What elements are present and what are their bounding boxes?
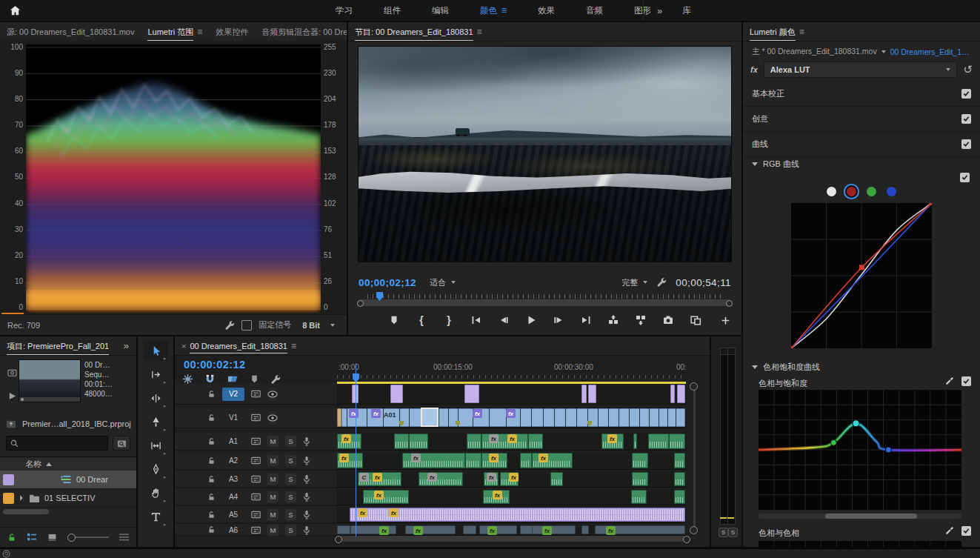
tab-project[interactable]: 项目: PremierePro_Fall_201 (0, 336, 116, 355)
track-name-A3[interactable]: A3 (222, 473, 244, 486)
rgb-curves-header[interactable]: RGB 曲线 (752, 159, 799, 170)
tool-type[interactable] (143, 507, 168, 527)
sync-lock-icon[interactable] (251, 493, 261, 501)
panel-menu-icon[interactable]: ≡ (197, 27, 202, 37)
lock-icon[interactable] (207, 475, 216, 484)
track-name-V2[interactable]: V2 (222, 388, 244, 401)
solo-button[interactable]: S (285, 491, 296, 502)
solo-button[interactable]: S (285, 474, 296, 485)
audio-clip[interactable] (350, 525, 396, 534)
eyedropper-icon[interactable] (944, 376, 954, 386)
play-button[interactable] (524, 313, 539, 328)
track-name-A5[interactable]: A5 (222, 508, 244, 522)
audio-clip[interactable] (419, 472, 463, 486)
mic-icon[interactable] (303, 474, 310, 484)
track-header-A6[interactable]: A6MS (175, 525, 337, 536)
sync-lock-icon[interactable] (251, 437, 261, 445)
poster-frame-icon[interactable] (7, 368, 17, 376)
topbar-menu-音频[interactable]: 音频 (570, 0, 619, 21)
zoom-level-select[interactable]: 适合 (430, 277, 456, 288)
audio-clip[interactable] (550, 472, 563, 486)
comparison-view-button[interactable] (688, 313, 703, 328)
mute-button[interactable]: M (267, 436, 279, 447)
program-current-timecode[interactable]: 00;00;02;12 (359, 277, 416, 288)
section-checkbox[interactable] (961, 89, 971, 99)
audio-clip[interactable] (674, 472, 685, 486)
program-scrubber-ticks[interactable] (367, 294, 722, 299)
mark-out-button[interactable]: } (441, 313, 456, 328)
sync-lock-icon[interactable] (251, 526, 261, 534)
creative-cloud-sync-icon[interactable] (2, 550, 10, 558)
audio-clip[interactable] (648, 434, 669, 449)
panel-menu-icon[interactable]: ≡ (799, 27, 804, 37)
audio-clip[interactable] (465, 453, 481, 468)
waveform-scope[interactable] (26, 44, 321, 313)
audio-clip[interactable] (633, 434, 637, 449)
audio-clip[interactable] (479, 525, 517, 534)
vscroll-top-handle[interactable] (690, 382, 698, 391)
tab-program[interactable]: 节目: 00 Dreamers_Edit_180831 ≡ (348, 22, 489, 41)
section-checkbox[interactable] (961, 114, 971, 124)
extract-button[interactable] (633, 313, 648, 328)
video-clip[interactable] (670, 385, 675, 403)
project-file-row[interactable]: Premier…all_2018_IBC.prproj (6, 419, 131, 428)
pin-signal-checkbox[interactable] (241, 320, 252, 331)
track-name-A6[interactable]: A6 (222, 523, 244, 537)
tool-track-select-forward[interactable] (143, 365, 168, 385)
hue-sat-scrollbar[interactable] (759, 514, 961, 519)
track-lane-V1[interactable]: fxfxA01fxfx (337, 408, 686, 428)
meter-solo-right-button[interactable]: S (728, 528, 738, 537)
project-footer-menu-icon[interactable] (119, 534, 129, 541)
playback-resolution-select[interactable]: 完整 (621, 277, 647, 288)
track-name-A4[interactable]: A4 (222, 491, 244, 504)
thumbnail-zoom-slider[interactable] (67, 537, 109, 538)
bit-depth-select[interactable]: 8 Bit (298, 319, 339, 331)
mute-button[interactable]: M (267, 525, 279, 536)
scrollbar-right-handle[interactable] (726, 300, 733, 307)
rgb-curves-checkbox[interactable] (960, 173, 970, 182)
mark-in-button[interactable]: { (414, 313, 429, 328)
workspace-overflow-button[interactable]: » (643, 0, 676, 21)
lock-icon[interactable] (207, 413, 216, 422)
scrollbar-left-handle[interactable] (357, 300, 364, 307)
hue-sat-checkbox[interactable] (961, 376, 971, 386)
track-lane-A5[interactable]: fxfx (337, 507, 686, 523)
project-list-header[interactable]: 名称 (0, 456, 136, 472)
tool-hand[interactable] (143, 483, 168, 503)
section-checkbox[interactable] (961, 139, 971, 149)
tool-slip[interactable] (143, 436, 168, 456)
track-lane-A1[interactable]: fxfxfxfx (337, 433, 686, 451)
lut-select[interactable]: Alexa LUT (764, 62, 958, 78)
icon-view-button[interactable] (47, 533, 57, 542)
panel-menu-icon[interactable]: ≡ (477, 27, 482, 37)
lift-button[interactable] (606, 313, 621, 328)
audio-clip[interactable] (463, 525, 476, 534)
mic-icon[interactable] (303, 510, 310, 519)
mute-button[interactable]: M (267, 509, 279, 520)
preview-scrollbar[interactable] (19, 397, 80, 402)
expand-icon[interactable] (19, 495, 24, 501)
audio-clip[interactable] (632, 453, 648, 468)
mic-icon[interactable] (303, 456, 310, 465)
topbar-menu-编辑[interactable]: 编辑 (416, 0, 464, 21)
hue-sat-curve-editor[interactable] (759, 390, 961, 510)
lock-icon[interactable] (207, 525, 216, 534)
go-to-out-button[interactable] (579, 313, 593, 328)
project-row-00 Drear[interactable]: 00 Drear (0, 471, 136, 489)
preview-play-icon[interactable] (8, 392, 16, 400)
audio-clip[interactable] (632, 472, 648, 486)
audio-clip[interactable] (674, 453, 685, 468)
audio-clip[interactable] (669, 434, 685, 449)
hue-hue-curve-editor[interactable] (759, 541, 961, 547)
audio-clip[interactable] (394, 434, 409, 449)
track-header-A1[interactable]: A1MS (175, 433, 337, 451)
project-row-01 SELECTIV[interactable]: 01 SELECTIV (0, 489, 136, 508)
audio-clip[interactable] (581, 525, 589, 534)
label-color-chip[interactable] (3, 493, 14, 504)
track-header-A5[interactable]: A5MS (175, 507, 337, 523)
track-header-A3[interactable]: A3MS (175, 471, 337, 488)
workspace-menu-icon[interactable]: ≡ (501, 5, 507, 16)
project-tab-overflow[interactable]: » (116, 336, 136, 355)
hscroll-left-handle[interactable] (335, 536, 342, 543)
eyedropper-icon[interactable] (944, 526, 954, 536)
